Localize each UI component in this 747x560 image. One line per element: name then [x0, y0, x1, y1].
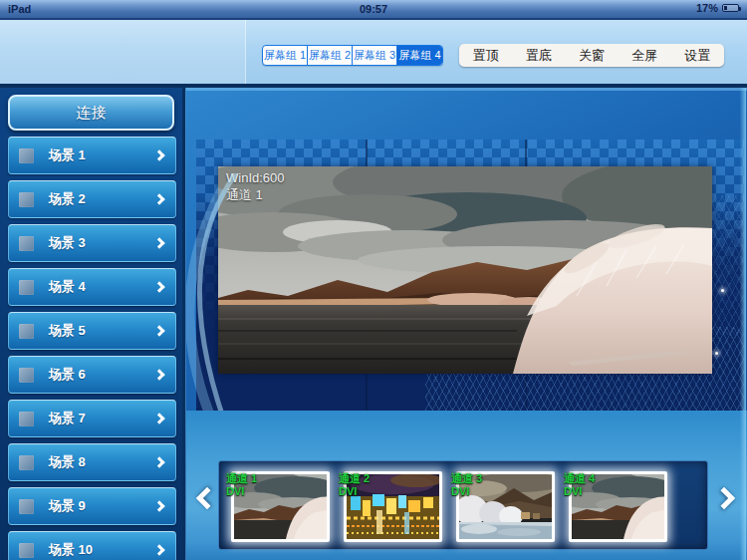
scene-label: 场景 9 [49, 497, 155, 515]
main-right-edge [740, 88, 746, 560]
scene-icon [19, 499, 34, 514]
channel-carousel: 通道 1 DVI 通道 2 [218, 460, 708, 550]
channel-thumbnail-3[interactable]: 通道 3 DVI [456, 471, 555, 542]
close-window-button[interactable]: 关窗 [579, 47, 605, 65]
scene-item-4[interactable]: 场景 4 [8, 268, 176, 306]
scene-label: 场景 4 [49, 278, 155, 296]
window-action-bar: 置顶 置底 关窗 全屏 设置 [459, 44, 724, 67]
channel-thumbnail-2[interactable]: 通道 2 DVI [344, 471, 442, 542]
channel-name: 通道 1 [226, 472, 257, 485]
scene-item-9[interactable]: 场景 9 [8, 487, 176, 525]
screen-group-tabs: 屏幕组 1 屏幕组 2 屏幕组 3 屏幕组 4 [262, 45, 443, 66]
video-window[interactable]: WinId:600 通道 1 [218, 166, 712, 374]
scene-label: 场景 5 [49, 322, 155, 340]
chevron-right-icon [153, 369, 164, 380]
main-top-glow [186, 88, 747, 91]
scene-icon [19, 192, 34, 207]
scene-icon [19, 543, 34, 558]
chevron-right-icon [153, 544, 164, 555]
scene-item-10[interactable]: 场景 10 [8, 531, 176, 560]
scene-item-6[interactable]: 场景 6 [8, 356, 176, 394]
channel-name: 通道 4 [564, 472, 595, 485]
channel-thumbnail-label: 通道 2 DVI [339, 472, 370, 498]
scene-label: 场景 10 [49, 541, 155, 559]
video-landscape-image [218, 166, 712, 374]
sparkle-decoration [715, 352, 718, 355]
tab-screen-group-2[interactable]: 屏幕组 2 [308, 46, 353, 65]
chevron-right-icon [153, 281, 164, 292]
channel-signal-type: DVI [226, 485, 257, 498]
scene-item-1[interactable]: 场景 1 [8, 137, 176, 174]
main-panel: WinId:600 通道 1 通道 1 DVI [185, 88, 747, 560]
channel-name: 通道 3 [451, 472, 482, 485]
channel-signal-type: DVI [564, 485, 595, 498]
status-bar: 09:57 iPad 17% [0, 0, 747, 20]
chevron-right-icon [153, 325, 164, 336]
scene-label: 场景 8 [49, 453, 155, 471]
window-channel-label: 通道 1 [226, 186, 285, 203]
scene-icon [19, 280, 34, 295]
battery-percent: 17% [696, 2, 718, 14]
channel-thumbnail-4[interactable]: 通道 4 DVI [569, 471, 667, 542]
scene-list: 场景 1 场景 2 场景 3 场景 4 场景 5 [8, 137, 176, 560]
window-id-label: WinId:600 [226, 169, 285, 186]
channel-signal-type: DVI [339, 485, 370, 498]
chevron-right-icon [153, 500, 164, 511]
channel-signal-type: DVI [451, 485, 482, 498]
scene-label: 场景 3 [49, 234, 155, 252]
scene-item-7[interactable]: 场景 7 [8, 400, 176, 437]
scene-icon [19, 455, 34, 470]
chevron-right-icon [153, 149, 164, 160]
fullscreen-button[interactable]: 全屏 [631, 47, 657, 65]
chevron-right-icon [153, 413, 164, 423]
tab-screen-group-3[interactable]: 屏幕组 3 [353, 46, 397, 65]
header-left-pane [0, 20, 246, 84]
channel-thumbnail-label: 通道 4 DVI [564, 472, 595, 498]
sparkle-decoration [721, 289, 724, 292]
channel-thumbnail-1[interactable]: 通道 1 DVI [231, 471, 330, 542]
chevron-right-icon [153, 193, 164, 204]
connect-button[interactable]: 连接 [8, 95, 174, 131]
scene-item-5[interactable]: 场景 5 [8, 312, 176, 350]
battery-icon [722, 4, 739, 12]
scene-label: 场景 1 [49, 146, 155, 164]
channel-name: 通道 2 [339, 472, 370, 485]
status-battery: 17% [696, 2, 739, 14]
scene-item-8[interactable]: 场景 8 [8, 443, 176, 481]
tab-screen-group-1[interactable]: 屏幕组 1 [263, 46, 308, 65]
chevron-right-icon [153, 456, 164, 467]
send-to-bottom-button[interactable]: 置底 [526, 47, 552, 65]
chevron-right-icon [153, 237, 164, 248]
scene-icon [19, 412, 34, 426]
scene-label: 场景 6 [49, 366, 155, 384]
channel-thumbnail-label: 通道 1 DVI [226, 472, 257, 498]
scene-label: 场景 2 [49, 190, 155, 208]
video-window-overlay: WinId:600 通道 1 [226, 169, 285, 203]
settings-button[interactable]: 设置 [684, 47, 710, 65]
bring-to-top-button[interactable]: 置顶 [473, 47, 499, 65]
scene-label: 场景 7 [49, 410, 155, 427]
scene-icon [19, 368, 34, 383]
scene-item-2[interactable]: 场景 2 [8, 180, 176, 218]
scene-icon [19, 148, 34, 163]
scene-sidebar: 连接 场景 1 场景 2 场景 3 场景 4 [0, 88, 182, 560]
video-wall-canvas: WinId:600 通道 1 [196, 140, 744, 411]
channel-thumbnail-label: 通道 3 DVI [451, 472, 482, 498]
status-device: iPad [8, 3, 31, 15]
scene-icon [19, 236, 34, 251]
scene-item-3[interactable]: 场景 3 [8, 224, 176, 262]
app-screen: 09:57 iPad 17% 屏幕组 1 屏幕组 2 屏幕组 3 屏幕组 4 置… [0, 0, 747, 560]
status-time: 09:57 [0, 3, 747, 15]
scene-icon [19, 324, 34, 339]
tab-screen-group-4[interactable]: 屏幕组 4 [397, 46, 442, 65]
header-bar: 屏幕组 1 屏幕组 2 屏幕组 3 屏幕组 4 置顶 置底 关窗 全屏 设置 [0, 20, 747, 88]
